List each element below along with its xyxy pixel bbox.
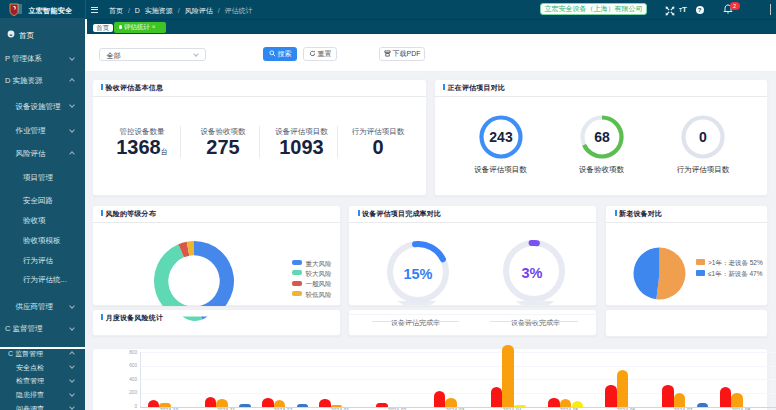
svg-text:243: 243 <box>489 129 513 145</box>
svg-text:0: 0 <box>699 129 707 145</box>
svg-text:3%: 3% <box>522 265 543 281</box>
svg-text:68: 68 <box>594 129 610 145</box>
svg-text:15%: 15% <box>403 265 432 281</box>
